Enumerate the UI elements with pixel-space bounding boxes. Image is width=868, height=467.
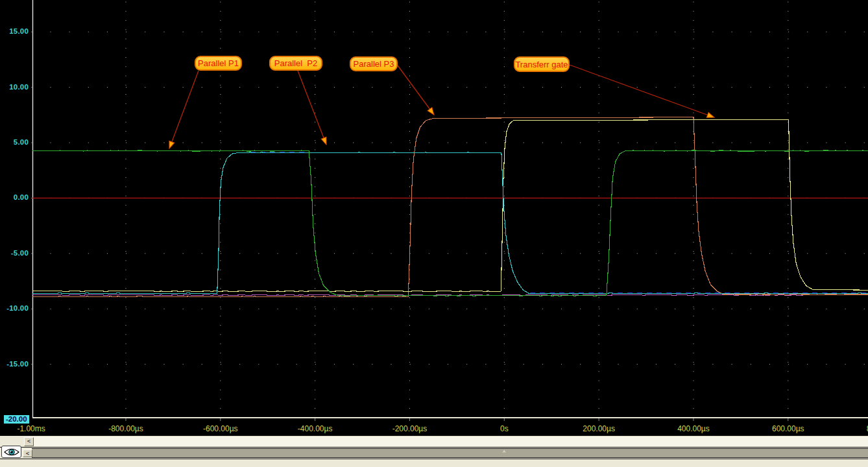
x-axis-tick-label: 0s: [500, 424, 509, 433]
x-axis-tick-label: 200.00µs: [583, 424, 615, 433]
eye-button[interactable]: [1, 446, 21, 458]
oscilloscope-window: { "app": { "kind": "oscilloscope-wavefor…: [0, 0, 868, 467]
y-axis-tick-label: 10.00: [0, 83, 29, 91]
scroll-left-button-lower[interactable]: <: [23, 449, 32, 457]
eye-icon: [3, 448, 20, 457]
y-axis-tick-label: 5.00: [0, 138, 29, 146]
x-axis-tick-label: 400.00µs: [677, 424, 710, 433]
y-axis-tick-label: 15.00: [0, 27, 29, 35]
callout-transfer-gate-label: Transferr gate: [515, 60, 568, 69]
horizontal-scrollbar-upper: <: [0, 436, 868, 447]
scrollbar-track-lower[interactable]: ^: [32, 448, 868, 458]
callout-parallel-p3-label: Parallel P3: [354, 59, 394, 69]
x-axis-tick-label: -400.00µs: [298, 424, 333, 433]
horizontal-scrollbar-lower: ^ <: [0, 447, 868, 459]
callout-parallel-p2-label: Parallel P2: [274, 58, 317, 68]
y-axis-tick-label: -10.00: [0, 304, 29, 312]
callout-transfer-gate[interactable]: Transferr gate: [514, 56, 570, 72]
callout-parallel-p1[interactable]: Parallel P1: [195, 56, 242, 71]
y-axis-tick-label: 0.00: [0, 193, 29, 201]
scroll-left-button-upper[interactable]: <: [24, 437, 34, 446]
y-axis-tick-label: -5.00: [0, 249, 29, 257]
y-axis-highlight-label: -20.00: [4, 415, 29, 424]
waveform-canvas: [0, 0, 868, 436]
bottom-status-strip: [0, 459, 868, 467]
x-axis-tick-label: -600.00µs: [203, 424, 238, 433]
callout-parallel-p2[interactable]: Parallel P2: [269, 56, 322, 71]
waveform-display-area: 15.0010.005.000.00-5.00-10.00-15.00 -1.0…: [0, 0, 868, 436]
plot-background: [0, 0, 868, 436]
x-axis-tick-label: -1.00ms: [17, 424, 45, 433]
scrollbar-track-upper[interactable]: [32, 437, 868, 446]
x-axis-tick-label: 600.00µs: [772, 424, 804, 433]
callout-parallel-p1-label: Parallel P1: [198, 58, 239, 68]
x-axis-tick-label: -200.00µs: [392, 424, 428, 433]
y-axis-tick-label: -15.00: [0, 360, 29, 368]
x-axis-tick-label: -800.00µs: [108, 424, 143, 433]
bottom-chrome: < ^ <: [0, 436, 868, 467]
callout-parallel-p3[interactable]: Parallel P3: [350, 56, 398, 71]
trigger-position-marker: ^: [503, 449, 505, 457]
